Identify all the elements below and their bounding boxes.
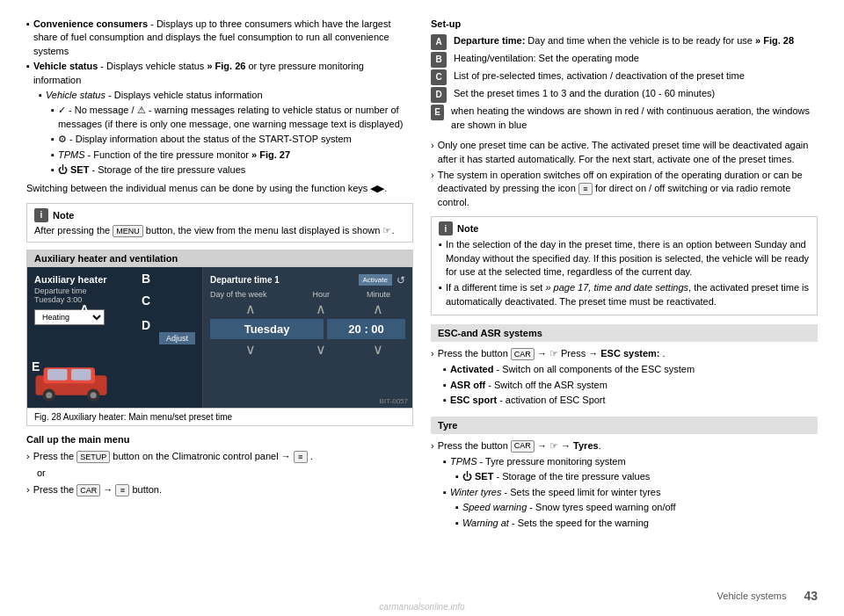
tyre-bullet-winter: ▪ Winter tyres - Sets the speed limit fo… bbox=[443, 486, 818, 499]
figure-box: Auxiliary heater and ventilation Auxilia… bbox=[26, 250, 413, 426]
figure-content: Auxiliary heater Departure timeTuesday 3… bbox=[27, 267, 412, 408]
watermark: carmanualsonline.info bbox=[379, 602, 464, 612]
fig-activate-btn[interactable]: Activate bbox=[359, 274, 392, 286]
label-C-right: C bbox=[431, 69, 447, 85]
fig-refresh-icon: ↺ bbox=[397, 274, 405, 286]
minute-down-arrow[interactable]: ∨ bbox=[352, 341, 405, 358]
fig-bit-code: BIT-0057 bbox=[380, 397, 408, 405]
label-E-right: E bbox=[431, 105, 444, 120]
page-number: 43 bbox=[804, 589, 818, 603]
day-up-arrow[interactable]: ∧ bbox=[210, 301, 291, 317]
note2-bullet-2: ▪ If a different time is set » page 17, … bbox=[439, 281, 810, 308]
svg-point-3 bbox=[46, 392, 52, 398]
label-B: B bbox=[142, 272, 150, 286]
menu-ref-kbd: ≡ bbox=[294, 451, 308, 463]
label-A-right: A bbox=[431, 34, 447, 50]
or-text: or bbox=[37, 467, 413, 480]
fig-caption: Fig. 28 Auxiliary heater: Main menu/set … bbox=[27, 408, 412, 425]
setup-item-A: A Departure time: Day and time when the … bbox=[431, 34, 818, 50]
setup-kbd: SETUP bbox=[76, 451, 110, 463]
bullet-checkmark: ▪ ✓ - No message / ⚠ - warning messages … bbox=[51, 104, 413, 131]
bullet-start-stop: ▪ ⚙ - Display information about the stat… bbox=[51, 133, 413, 146]
note-box-1: i Note After pressing the MENU button, t… bbox=[26, 203, 413, 243]
bullet-set: ▪ ⏻ SET - Storage of the tire pressure v… bbox=[51, 163, 413, 177]
note-label-1: Note bbox=[53, 210, 74, 221]
figure-left-panel: Auxiliary heater Departure timeTuesday 3… bbox=[27, 267, 203, 408]
fig-aux-title: Auxiliary heater bbox=[34, 274, 195, 285]
note-label-2: Note bbox=[457, 223, 478, 234]
bullet-vehicle-status-sub: ▪ Vehicle status - Displays vehicle stat… bbox=[39, 89, 413, 102]
fig-day-label: Day of the week bbox=[210, 290, 291, 299]
left-column: ▪ Convenience consumers - Displays up to… bbox=[26, 18, 413, 598]
footer-section: Vehicle systems bbox=[717, 591, 787, 601]
fig-departure-sub: Departure timeTuesday 3:00 bbox=[34, 286, 195, 304]
hour-down-arrow[interactable]: ∨ bbox=[295, 341, 348, 358]
svg-rect-7 bbox=[71, 369, 91, 380]
vehicle-status-sub-text: - Displays vehicle status information bbox=[106, 90, 263, 100]
esc-bullet-asr-off: ▪ ASR off - Switch off the ASR system bbox=[443, 379, 818, 392]
note-header-1: i Note bbox=[34, 208, 405, 222]
fig-adjust-btn[interactable]: Adjust bbox=[159, 332, 195, 344]
note2-bullet-1: ▪ In the selection of the day in the pre… bbox=[439, 238, 810, 279]
esc-btn-kbd: CAR bbox=[511, 348, 535, 360]
setup-bullet-2: › The system in operation switches off o… bbox=[431, 169, 818, 209]
page-footer: Vehicle systems 43 bbox=[717, 589, 818, 603]
figure-header: Auxiliary heater and ventilation bbox=[27, 250, 412, 267]
switching-text: Switching between the individual menus c… bbox=[26, 182, 413, 195]
esc-step: › Press the button CAR → ☞ Press → ESC s… bbox=[431, 347, 818, 360]
setup-item-E: E when heating the windows are shown in … bbox=[431, 105, 818, 132]
note-text-1: After pressing the MENU button, the view… bbox=[34, 225, 405, 237]
call-up-step1: › Press the SETUP button on the Climatro… bbox=[26, 450, 413, 463]
car-kbd: CAR bbox=[76, 484, 100, 496]
fig-hour-label: Hour bbox=[295, 290, 348, 299]
figure-right-panel: Departure time 1 Activate ↺ Day of the w… bbox=[203, 267, 412, 408]
label-D-right: D bbox=[431, 87, 447, 103]
setup-bullet-1: › Only one preset time can be active. Th… bbox=[431, 139, 818, 166]
tyre-step: › Press the button CAR → ☞ → Tyres. bbox=[431, 439, 818, 453]
car-icon bbox=[32, 359, 111, 403]
bullet-vehicle-status: ▪ Vehicle status - Displays vehicle stat… bbox=[26, 60, 413, 87]
label-A: A bbox=[80, 302, 89, 316]
minute-up-arrow[interactable]: ∧ bbox=[352, 301, 405, 317]
bullet-tpms: ▪ TPMS - Function of the tire pressure m… bbox=[51, 149, 413, 162]
fig-minute-label: Minute bbox=[352, 290, 405, 299]
bullet-convenience: ▪ Convenience consumers - Displays up to… bbox=[26, 18, 413, 58]
note-icon-2: i bbox=[439, 221, 453, 236]
tyre-bullet-set: ▪ ⏻ SET - Storage of the tire pressure v… bbox=[455, 470, 818, 483]
fig-day-value: Tuesday bbox=[210, 319, 324, 339]
setup-title: Set-up bbox=[431, 18, 818, 31]
setup-section: Set-up A Departure time: Day and time wh… bbox=[431, 18, 818, 132]
label-B-right: B bbox=[431, 52, 447, 68]
note-icon-1: i bbox=[34, 208, 48, 222]
svg-point-5 bbox=[91, 392, 97, 398]
menu2-kbd: ≡ bbox=[115, 484, 129, 496]
convenience-label: Convenience consumers bbox=[33, 18, 148, 29]
hour-up-arrow[interactable]: ∧ bbox=[295, 301, 348, 317]
tyre-section-header: Tyre bbox=[431, 417, 818, 434]
tyre-bullet-tpms: ▪ TPMS - Tyre pressure monitoring system bbox=[443, 455, 818, 468]
call-up-title: Call up the main menu bbox=[26, 434, 129, 445]
setup-item-B: B Heating/ventilation: Set the operating… bbox=[431, 52, 818, 68]
setup-item-C: C List of pre-selected times, activation… bbox=[431, 69, 818, 85]
esc-bullet-activated: ▪ Activated - Switch on all components o… bbox=[443, 363, 818, 376]
svg-rect-6 bbox=[47, 369, 68, 380]
tyre-bullet-speed-warning: ▪ Speed warning - Snow tyres speed warni… bbox=[455, 501, 818, 514]
fig-heating-select[interactable]: Heating bbox=[34, 309, 105, 325]
note-header-2: i Note bbox=[439, 221, 810, 236]
note-box-2: i Note ▪ In the selection of the day in … bbox=[431, 216, 818, 315]
vehicle-status-label: Vehicle status bbox=[33, 61, 98, 71]
day-down-arrow[interactable]: ∨ bbox=[210, 341, 291, 358]
tyre-btn-kbd: CAR bbox=[511, 440, 535, 453]
right-column: Set-up A Departure time: Day and time wh… bbox=[431, 18, 818, 598]
direct-kbd: ≡ bbox=[578, 183, 593, 195]
tyre-bullet-warning-at: ▪ Warning at - Sets the speed for the wa… bbox=[455, 517, 818, 530]
vehicle-status-sub-label: Vehicle status bbox=[46, 90, 106, 100]
menu-button-kbd: MENU bbox=[113, 225, 143, 237]
esc-section-header: ESC-and ASR systems bbox=[431, 324, 818, 342]
setup-item-D: D Set the preset times 1 to 3 and the du… bbox=[431, 87, 818, 103]
fig-dep-time-title: Departure time 1 bbox=[210, 275, 280, 285]
press-the-text: Press the CAR → ≡ button. bbox=[33, 483, 162, 496]
call-up-step2: › Press the CAR → ≡ button. bbox=[26, 483, 413, 496]
label-C: C bbox=[142, 294, 150, 308]
fig-time-value: 20 : 00 bbox=[327, 319, 405, 339]
